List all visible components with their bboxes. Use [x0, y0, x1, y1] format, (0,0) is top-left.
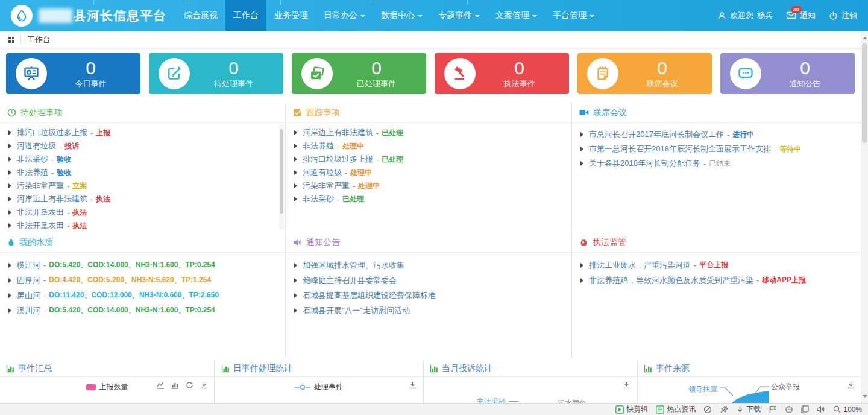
scrollbar-thumb[interactable]: [862, 43, 867, 143]
charts-row: 事件汇总 上报数量 日事件处理统计: [0, 360, 861, 403]
list-item[interactable]: 市总河长召开2017年底河长制会议工作-进行中: [580, 127, 852, 142]
river-name: 屏山河: [17, 290, 40, 301]
quick-edit-button[interactable]: 快剪辑: [615, 404, 648, 414]
scroll-up-arrow-icon[interactable]: [863, 34, 867, 39]
item-dash: -: [756, 276, 759, 285]
menu-label: 文案管理: [495, 10, 529, 21]
feedback-button[interactable]: [769, 405, 777, 413]
panel-title: 待处理事项: [20, 107, 63, 118]
panel-body: 河岸边上有非法建筑-已处理 非法养殖-处理中 排污口垃圾过多上报-已处理 河道有…: [286, 123, 571, 206]
bar-chart-icon: [6, 364, 14, 373]
menu-label: 业务受理: [274, 10, 308, 21]
chart-monthly-complaints: 当月投诉统计 非法采砂 污水颜色: [424, 360, 637, 403]
magnifier-icon: [833, 405, 841, 413]
list-item[interactable]: 排污口垃圾过多上报-上报: [8, 126, 276, 139]
browser-taskbar: 快剪辑 热点资讯 下载 100%: [0, 403, 868, 415]
card-pending-events[interactable]: 0 待处理事件: [149, 53, 283, 94]
bar-type-icon[interactable]: [171, 381, 179, 389]
card-content: 0 通知公告: [761, 59, 849, 89]
list-item[interactable]: 非法养殖-处理中: [294, 139, 562, 153]
water-metrics: DO:4.420、COD:5.200、NH3-N:5.620、TP:1.254: [49, 275, 211, 285]
list-item[interactable]: 市第一总河长召开2018年底河长制全面展示工作安排-等待中: [580, 142, 852, 156]
list-item[interactable]: 污染非常严重-处理中: [294, 179, 562, 192]
menu-item-workbench[interactable]: 工作台: [225, 0, 266, 31]
download-icon[interactable]: [200, 381, 208, 389]
menu-item-platform-admin[interactable]: 平台管理: [545, 0, 602, 31]
list-item[interactable]: 非法养殖-验收: [8, 166, 276, 179]
card-notices[interactable]: 0 通知公告: [720, 53, 855, 94]
list-item[interactable]: 河道有垃圾-投诉: [8, 139, 276, 153]
arrow-right-icon: [8, 263, 11, 268]
download-button[interactable]: 下载: [736, 404, 761, 414]
list-item[interactable]: 排法工业废水，严重污染河道-平台上报: [580, 258, 852, 273]
list-item[interactable]: 河岸边上有非法建筑-执法: [8, 192, 276, 206]
arrow-right-icon: [8, 157, 11, 162]
menu-item-daily-office[interactable]: 日常办公: [316, 0, 373, 31]
list-item[interactable]: 河道有垃圾-处理中: [294, 166, 562, 179]
grid-icon[interactable]: [8, 37, 14, 43]
menu-item-business[interactable]: 业务受理: [266, 0, 316, 31]
line-type-icon[interactable]: [157, 381, 165, 389]
item-dash: -: [67, 208, 69, 217]
list-item[interactable]: 非法开垦农田-执法: [8, 206, 276, 219]
arrow-right-icon: [580, 132, 583, 137]
list-item[interactable]: 河岸边上有非法建筑-已处理: [294, 126, 562, 139]
hot-news-button[interactable]: 热点资讯: [656, 404, 696, 414]
menu-item-documents[interactable]: 文案管理: [488, 0, 545, 31]
list-item[interactable]: 石城县提高基层组织建设经费保障标准: [294, 288, 562, 303]
card-today-events[interactable]: 0 今日事件: [6, 53, 140, 94]
logout-button[interactable]: 注销: [829, 10, 857, 21]
river-name: 固厚河: [17, 275, 40, 286]
list-item[interactable]: 溪川河-DO:5.420、COD:14.000、NH3-N:1.600、TP:0…: [8, 303, 276, 318]
panel-scrollbar[interactable]: [279, 124, 284, 230]
list-item[interactable]: 非法开垦农田-执法: [8, 219, 276, 231]
legend-processed-events[interactable]: 处理事件: [215, 382, 423, 392]
list-item[interactable]: 非法采砂-已处理: [294, 192, 562, 206]
menu-item-data-center[interactable]: 数据中心: [373, 0, 430, 31]
list-item[interactable]: 非法采砂-验收: [8, 153, 276, 166]
user-welcome[interactable]: 欢迎您 杨兵: [717, 10, 773, 21]
scrollbar-thumb[interactable]: [280, 129, 283, 214]
multi-window-button[interactable]: [801, 405, 809, 413]
list-item[interactable]: 关于各县2018年河长制分配任务-已结束: [580, 156, 852, 171]
status-badge: 执法: [72, 208, 87, 218]
card-processed-events[interactable]: 0 已处理事件: [292, 53, 426, 94]
pin-button[interactable]: [720, 405, 728, 414]
list-item[interactable]: 屏山河-DO:11.420、COD:12.000、NH3-N:0.600、TP:…: [8, 288, 276, 303]
list-item[interactable]: 固厚河-DO:4.420、COD:5.200、NH3-N:5.620、TP:1.…: [8, 273, 276, 288]
list-item[interactable]: 横江河-DO:5.420、COD:14.000、NH3-N:1.600、TP:0…: [8, 258, 276, 273]
zoom-control[interactable]: 100%: [833, 405, 862, 414]
notice-button[interactable]: 30 通知: [786, 10, 816, 21]
chart-body: 领导抽查 公众举报: [638, 377, 861, 403]
scroll-down-arrow-icon[interactable]: [863, 395, 867, 400]
sound-button[interactable]: [817, 405, 825, 413]
download-icon[interactable]: [623, 381, 631, 389]
tab-separator: [374, 0, 374, 4]
list-item[interactable]: 加强区域排水管理、污水收集: [294, 258, 562, 273]
download-icon[interactable]: [409, 381, 417, 389]
card-value: 0: [618, 59, 706, 78]
list-item[interactable]: 污染非常严重-立案: [8, 179, 276, 192]
list-item[interactable]: 石城县开展"八一"走访慰问活动: [294, 303, 562, 318]
menu-item-overview[interactable]: 综合展视: [176, 0, 225, 31]
pie-label: 公众举报: [771, 382, 800, 392]
card-enforcement-events[interactable]: 0 执法事件: [435, 53, 569, 94]
status-badge: 已处理: [382, 154, 403, 165]
arrow-right-icon: [294, 170, 297, 175]
refresh-icon[interactable]: [186, 381, 193, 389]
page-scrollbar[interactable]: [861, 31, 868, 403]
presentation-icon: [16, 58, 47, 89]
item-text: 非法养殖鸡，导致河水颜色及水质受到严重污染: [589, 275, 753, 286]
list-item[interactable]: 鲍峰庭主持召开县委常委会: [294, 273, 562, 288]
menu-item-special-events[interactable]: 专题事件: [430, 0, 488, 31]
download-icon[interactable]: [847, 381, 855, 389]
accelerator-button[interactable]: [703, 405, 712, 414]
chart-title: 日事件处理统计: [233, 363, 292, 374]
compat-mode-button[interactable]: [785, 405, 793, 414]
envelope-icon: 30: [786, 11, 796, 21]
list-item[interactable]: 排污口垃圾过多上报-已处理: [294, 153, 562, 166]
card-joint-meetings[interactable]: 0 联席会议: [577, 53, 712, 94]
list-item[interactable]: 非法养殖鸡，导致河水颜色及水质受到严重污染-移动APP上报: [580, 273, 852, 288]
card-content: 0 已处理事件: [333, 59, 420, 89]
arrow-right-icon: [294, 263, 297, 268]
